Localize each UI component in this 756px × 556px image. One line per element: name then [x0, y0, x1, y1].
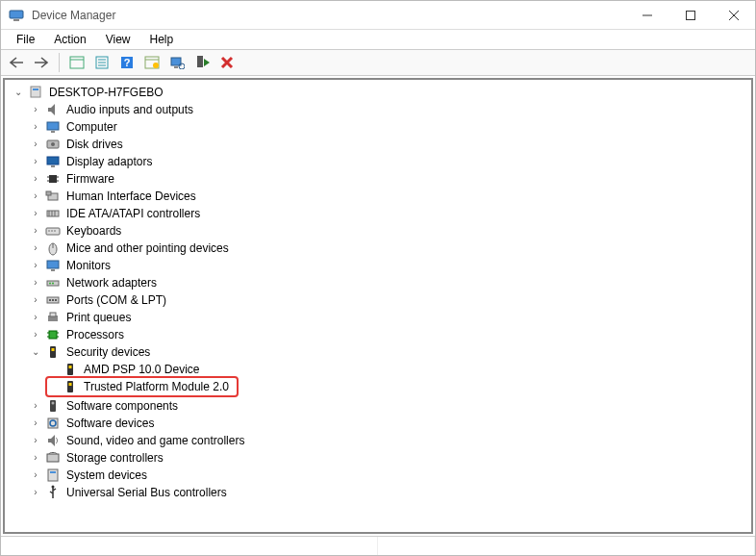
tree-category-label: Disk drives — [64, 135, 125, 154]
window-title: Device Manager — [32, 9, 115, 22]
tree-category-label: Storage controllers — [64, 448, 165, 468]
toolbar-back-button[interactable] — [5, 52, 28, 73]
usb-icon — [45, 485, 61, 500]
tree-category-node[interactable]: › Ports (COM & LPT) — [30, 291, 749, 309]
expand-caret-icon[interactable]: › — [30, 139, 41, 150]
expand-caret-icon[interactable]: › — [30, 173, 41, 185]
security-chip-icon — [63, 379, 78, 394]
expand-caret-icon[interactable]: › — [30, 242, 41, 254]
svg-rect-21 — [31, 87, 40, 97]
toolbar-scan-button[interactable] — [165, 52, 189, 73]
computer-icon — [28, 85, 43, 100]
minimize-button[interactable] — [625, 1, 668, 30]
expand-caret-icon[interactable]: › — [30, 312, 41, 323]
tree-category-node[interactable]: › Computer — [30, 118, 749, 136]
expand-caret-icon[interactable]: › — [30, 452, 41, 464]
tree-category-label: Print queues — [64, 308, 133, 327]
security-chip-icon — [45, 344, 61, 360]
tree-category-label: Monitors — [64, 256, 113, 275]
tree-root-node[interactable]: ⌄ DESKTOP-H7FGEBO — [13, 84, 749, 101]
svg-rect-0 — [10, 11, 23, 18]
tree-category-label: System devices — [64, 466, 149, 485]
expand-caret-icon[interactable]: › — [30, 487, 41, 498]
toolbar-forward-button[interactable] — [30, 52, 53, 73]
device-tree[interactable]: ⌄ DESKTOP-H7FGEBO › Audio inputs and out… — [3, 78, 753, 534]
toolbar-separator — [59, 53, 60, 72]
tree-category-node[interactable]: › Firmware — [30, 170, 749, 188]
close-button[interactable] — [712, 1, 755, 30]
expand-caret-icon[interactable]: › — [30, 469, 41, 481]
tree-category-node[interactable]: › Network adapters — [30, 274, 749, 291]
svg-rect-40 — [46, 228, 60, 235]
expand-caret-icon[interactable]: › — [30, 400, 41, 412]
sound-icon — [45, 433, 61, 448]
toolbar-show-hidden-button[interactable] — [65, 52, 88, 73]
menu-view[interactable]: View — [96, 31, 140, 48]
svg-rect-35 — [46, 191, 51, 195]
cpu-icon — [45, 327, 61, 342]
expand-caret-icon[interactable]: › — [30, 190, 41, 202]
tree-category-node[interactable]: › Disk drives — [30, 136, 749, 153]
menu-help[interactable]: Help — [140, 31, 184, 48]
maximize-button[interactable] — [668, 1, 712, 30]
highlighted-device: Trusted Platform Module 2.0 — [45, 376, 239, 397]
tree-category-node[interactable]: › Universal Serial Bus controllers — [30, 484, 749, 501]
svg-rect-24 — [51, 131, 55, 133]
expand-caret-icon[interactable]: › — [30, 277, 41, 289]
toolbar-add-button[interactable] — [190, 52, 214, 73]
svg-rect-62 — [50, 346, 56, 358]
expand-caret-icon[interactable]: › — [30, 417, 41, 429]
tree-category-node[interactable]: › Sound, video and game controllers — [30, 432, 749, 449]
expand-caret-icon[interactable]: ⌄ — [13, 87, 24, 98]
svg-rect-73 — [48, 469, 58, 481]
tree-category-node[interactable]: › System devices — [30, 467, 749, 484]
tree-category-node[interactable]: › Processors — [30, 326, 749, 343]
svg-rect-46 — [47, 261, 59, 268]
toolbar-properties-button[interactable] — [90, 52, 113, 73]
expand-caret-icon[interactable]: › — [30, 260, 41, 271]
svg-rect-22 — [33, 88, 38, 90]
expand-caret-icon[interactable]: › — [30, 104, 41, 115]
tree-category-node[interactable]: › Human Interface Devices — [30, 188, 749, 205]
tree-category-node[interactable]: › IDE ATA/ATAPI controllers — [30, 205, 749, 222]
tree-category-node[interactable]: › Software components — [30, 397, 749, 415]
menu-file[interactable]: File — [7, 31, 44, 48]
tree-category-node[interactable]: › Monitors — [30, 257, 749, 274]
security-chip-icon — [63, 362, 78, 377]
toolbar-delete-button[interactable] — [215, 52, 239, 73]
hid-icon — [45, 189, 61, 204]
tree-category-label: Human Interface Devices — [64, 187, 198, 206]
tree-category-label: Processors — [64, 325, 126, 344]
toolbar-update-button[interactable] — [140, 52, 164, 73]
tree-category-label: Universal Serial Bus controllers — [64, 483, 229, 502]
monitor-icon — [45, 258, 61, 273]
tree-category-label: Ports (COM & LPT) — [64, 291, 168, 310]
toolbar-help-button[interactable]: ? — [115, 52, 139, 73]
expand-caret-icon[interactable]: › — [30, 225, 41, 237]
tree-category-node[interactable]: › Software devices — [30, 415, 749, 432]
expand-caret-icon[interactable]: ⌄ — [30, 346, 41, 358]
tree-category-label: Audio inputs and outputs — [64, 100, 195, 119]
tree-category-node[interactable]: › Audio inputs and outputs — [30, 101, 749, 118]
tree-device-label: Trusted Platform Module 2.0 — [82, 377, 231, 396]
svg-point-43 — [54, 230, 56, 232]
tree-category-node[interactable]: ⌄ Security devices — [30, 343, 749, 361]
tree-device-node[interactable]: Trusted Platform Module 2.0 — [47, 378, 231, 395]
tree-category-node[interactable]: › Storage controllers — [30, 449, 749, 467]
title-bar: Device Manager — [1, 1, 755, 30]
ide-icon — [45, 206, 61, 221]
svg-rect-56 — [50, 313, 56, 316]
tree-category-label: IDE ATA/ATAPI controllers — [64, 204, 202, 223]
expand-caret-icon[interactable]: › — [30, 294, 41, 306]
tree-category-label: Firmware — [64, 169, 116, 189]
expand-caret-icon[interactable]: › — [30, 156, 41, 167]
expand-caret-icon[interactable]: › — [30, 329, 41, 341]
tree-category-node[interactable]: › Print queues — [30, 309, 749, 326]
expand-caret-icon[interactable]: › — [30, 121, 41, 133]
menu-action[interactable]: Action — [44, 31, 95, 48]
tree-category-node[interactable]: › Keyboards — [30, 222, 749, 240]
expand-caret-icon[interactable]: › — [30, 208, 41, 219]
expand-caret-icon[interactable]: › — [30, 435, 41, 446]
tree-category-node[interactable]: › Display adaptors — [30, 153, 749, 170]
tree-category-node[interactable]: › Mice and other pointing devices — [30, 240, 749, 257]
